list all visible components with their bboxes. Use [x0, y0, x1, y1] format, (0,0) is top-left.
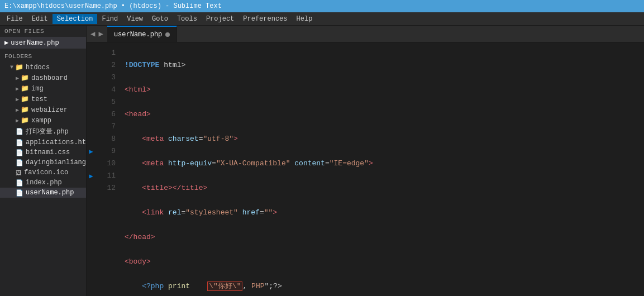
code-line-10: <?php print \"你好\", PHP";?>: [125, 280, 640, 293]
menu-edit[interactable]: Edit: [27, 14, 53, 24]
arrow-icon: ▼: [10, 64, 13, 70]
code-line-6: <title></title>: [125, 182, 640, 194]
file-name: applications.html: [26, 139, 87, 146]
menu-preferences[interactable]: Preferences: [238, 14, 292, 24]
file-index-php[interactable]: 📄 index.php: [0, 178, 86, 188]
folder-icon: 📁: [21, 106, 29, 114]
arrow-icon: ▶: [16, 117, 19, 124]
file-name: dayingbianliang.p: [26, 159, 87, 166]
open-files-label: OPEN FILES: [0, 26, 86, 37]
gutter-row-6: [87, 108, 96, 121]
main-layout: OPEN FILES ▶ userName.php FOLDERS ▼ 📁 ht…: [0, 26, 644, 296]
folder-name: webalizer: [31, 106, 68, 114]
nav-left-arrow[interactable]: ◀: [89, 29, 97, 39]
gutter-row-3: [87, 71, 96, 84]
line-num-2: 2: [96, 59, 116, 71]
gutter: ▶ ▶: [87, 42, 96, 296]
line-numbers: 1 2 3 4 5 6 7 8 9 10 11 12: [96, 42, 119, 296]
gutter-row-8: [87, 133, 96, 145]
folder-name: img: [31, 85, 44, 93]
gutter-row-11: ▶: [87, 170, 96, 182]
gutter-row-4: [87, 84, 96, 96]
menu-bar: File Edit Selection Find View Goto Tools…: [0, 12, 644, 26]
folder-webalizer[interactable]: ▶ 📁 webalizer: [0, 104, 86, 115]
file-icon: 📄: [16, 128, 23, 135]
file-icon: 📄: [16, 139, 23, 146]
file-name: userName.php: [26, 189, 74, 197]
folder-test[interactable]: ▶ 📁 test: [0, 94, 86, 104]
file-name: index.php: [26, 179, 62, 187]
sidebar: OPEN FILES ▶ userName.php FOLDERS ▼ 📁 ht…: [0, 26, 87, 296]
open-file-icon: ▶: [4, 39, 8, 47]
file-username-php[interactable]: 📄 userName.php: [0, 188, 86, 198]
line-num-9: 9: [96, 145, 116, 157]
code-line-2: <html>: [125, 84, 640, 96]
file-icon: 📄: [16, 179, 23, 187]
arrow-icon: ▶: [16, 75, 19, 82]
menu-view[interactable]: View: [122, 14, 147, 24]
code-editor[interactable]: !DOCTYPE html> <html> <head> <meta chars…: [119, 42, 644, 296]
file-dayingbianliang[interactable]: 📄 dayingbianliang.p: [0, 157, 86, 168]
line-num-10: 10: [96, 157, 116, 170]
arrow-icon: ▶: [16, 107, 19, 113]
folder-icon: 📁: [21, 84, 29, 93]
nav-right-arrow[interactable]: ▶: [97, 29, 104, 39]
menu-goto[interactable]: Goto: [147, 14, 173, 24]
code-line-3: <head>: [125, 108, 640, 121]
folder-icon: 📁: [21, 95, 29, 103]
code-line-9: <body>: [125, 256, 640, 268]
folder-htdocs[interactable]: ▼ 📁 htdocs: [0, 62, 86, 73]
folders-label: FOLDERS: [0, 51, 86, 62]
code-line-4: <meta charset="utf-8">: [125, 133, 640, 145]
gutter-row-1: [87, 47, 96, 59]
gutter-row-7: [87, 121, 96, 133]
menu-tools[interactable]: Tools: [173, 14, 202, 24]
bookmark-icon-11: ▶: [89, 172, 93, 180]
code-line-1: !DOCTYPE html>: [125, 59, 640, 71]
gutter-row-5: [87, 96, 96, 108]
code-line-8: </head>: [125, 231, 640, 244]
editor-tab[interactable]: userName.php: [107, 26, 177, 42]
gutter-row-9: ▶: [87, 145, 96, 157]
tab-unsaved-dot: [165, 32, 170, 37]
open-file-item[interactable]: ▶ userName.php: [0, 37, 86, 49]
menu-selection[interactable]: Selection: [53, 14, 98, 24]
folder-name: test: [31, 96, 47, 103]
file-bitnami-css[interactable]: 📄 bitnami.css: [0, 147, 86, 157]
folder-icon: 📁: [15, 63, 23, 71]
folder-name: xampp: [31, 117, 51, 125]
folder-name: dashboard: [31, 74, 68, 82]
file-dayinbianliang-php[interactable]: 📄 打印变量.php: [0, 126, 86, 137]
code-area: ▶ ▶ 1 2 3 4 5 6 7 8 9 10 11: [87, 42, 644, 296]
menu-find[interactable]: Find: [97, 14, 122, 24]
line-num-7: 7: [96, 121, 116, 133]
file-icon: 📄: [16, 149, 23, 156]
bookmark-icon-9: ▶: [89, 147, 93, 156]
menu-file[interactable]: File: [2, 14, 27, 24]
editor-area: ◀ ▶ userName.php ▶: [87, 26, 644, 296]
file-icon: 🖼: [16, 169, 22, 176]
line-num-6: 6: [96, 108, 116, 121]
title-text: E:\xampp\htdocs\userName.php • (htdocs) …: [4, 2, 222, 10]
code-line-5: <meta http-equiv="X-UA-Compatible" conte…: [125, 157, 640, 170]
line-num-4: 4: [96, 84, 116, 96]
tab-bar: ◀ ▶ userName.php: [87, 26, 644, 42]
title-bar: E:\xampp\htdocs\userName.php • (htdocs) …: [0, 0, 644, 12]
file-name: bitnami.css: [26, 149, 70, 156]
file-favicon-ico[interactable]: 🖼 favicon.ico: [0, 168, 86, 178]
file-icon: 📄: [16, 189, 23, 197]
line-num-3: 3: [96, 71, 116, 84]
folder-icon: 📁: [21, 74, 29, 82]
folder-img[interactable]: ▶ 📁 img: [0, 83, 86, 94]
line-num-1: 1: [96, 47, 116, 59]
file-name: favicon.ico: [24, 169, 68, 176]
arrow-icon: ▶: [16, 85, 19, 92]
menu-project[interactable]: Project: [202, 14, 238, 24]
folder-xampp[interactable]: ▶ 📁 xampp: [0, 115, 86, 126]
arrow-icon: ▶: [16, 96, 19, 103]
menu-help[interactable]: Help: [292, 14, 317, 24]
file-applications-html[interactable]: 📄 applications.html: [0, 137, 86, 147]
folder-dashboard[interactable]: ▶ 📁 dashboard: [0, 73, 86, 83]
line-num-8: 8: [96, 133, 116, 145]
gutter-row-10: [87, 157, 96, 170]
